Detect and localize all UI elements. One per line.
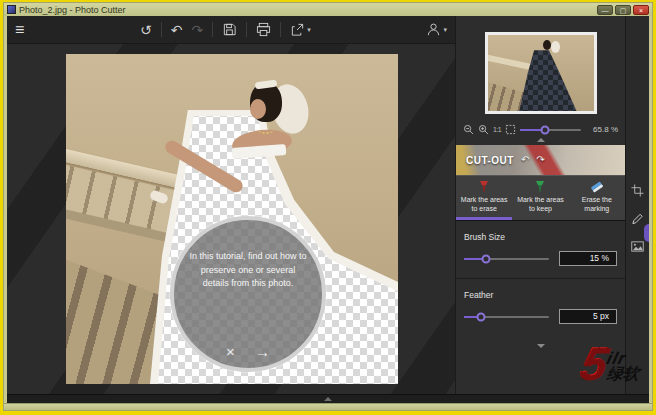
thumbnail-veil	[551, 41, 560, 53]
tool-rail	[625, 16, 649, 394]
crop-icon[interactable]	[631, 184, 644, 197]
undo-history-icon[interactable]: ↺	[140, 23, 152, 37]
window-controls: — ▢ ×	[597, 5, 649, 15]
brush-size-slider[interactable]	[464, 258, 549, 260]
toolbar-separator	[161, 22, 162, 37]
tutorial-text: In this tutorial, find out how to preser…	[187, 250, 309, 291]
image-icon[interactable]	[631, 240, 644, 253]
share-caret-icon: ▾	[307, 26, 311, 34]
status-bar	[7, 394, 649, 403]
zoom-in-icon[interactable]	[478, 124, 489, 135]
account-caret-icon: ▾	[443, 26, 447, 34]
right-sidebar: 1:1 65.8 % CUT-OUT	[455, 16, 625, 394]
tool-mark-keep[interactable]: Mark the areas to keep	[512, 176, 568, 220]
navigator-thumbnail[interactable]	[485, 32, 597, 114]
save-icon[interactable]	[222, 22, 237, 37]
cutout-redo-icon[interactable]: ↷	[536, 155, 544, 165]
toolbar-separator	[280, 22, 281, 37]
brush-size-section: Brush Size 15 %	[456, 221, 625, 278]
fit-screen-icon[interactable]	[505, 124, 516, 135]
account-button[interactable]: ▾	[426, 22, 447, 37]
feather-section: Feather 5 px	[456, 278, 625, 336]
zoom-slider[interactable]	[520, 129, 581, 131]
hamburger-menu-icon[interactable]: ≡	[15, 22, 24, 38]
thumbnail-head	[543, 40, 551, 50]
tutorial-overlay: In this tutorial, find out how to preser…	[170, 216, 326, 372]
zoom-value: 65.8 %	[585, 125, 618, 134]
brush-size-label: Brush Size	[464, 232, 617, 242]
cutout-panel-header[interactable]: CUT-OUT ↶ ↷	[456, 145, 625, 175]
photo-necklace	[258, 126, 274, 134]
print-icon[interactable]	[256, 22, 271, 37]
person-icon	[426, 22, 441, 37]
eraser-icon	[590, 180, 604, 193]
redo-icon: ↷	[192, 23, 204, 37]
toolbar: ≡ ↺ ↶ ↷	[7, 16, 455, 44]
zoom-controls: 1:1 65.8 %	[456, 124, 625, 135]
share-export-button[interactable]: ▾	[290, 22, 311, 37]
brush-size-value[interactable]: 15 %	[559, 251, 617, 266]
feather-slider[interactable]	[464, 316, 549, 318]
green-marker-icon	[533, 180, 547, 193]
marking-tools: Mark the areas to erase Mark the areas t…	[456, 175, 625, 221]
window: Photo_2.jpg - Photo Cutter — ▢ × ≡ ↺	[3, 2, 653, 411]
pencil-icon[interactable]	[631, 212, 644, 225]
photo-bodice	[232, 144, 287, 159]
tool-erase-marking[interactable]: Erase the marking	[569, 176, 625, 220]
brush-size-handle[interactable]	[482, 254, 491, 263]
photo-face	[250, 99, 266, 119]
feather-handle[interactable]	[477, 312, 486, 321]
zoom-out-icon[interactable]	[463, 124, 474, 135]
share-icon	[290, 22, 305, 37]
red-marker-icon	[477, 180, 491, 193]
window-bottom-frame	[4, 403, 652, 410]
title-bar: Photo_2.jpg - Photo Cutter — ▢ ×	[4, 3, 652, 16]
window-title: Photo_2.jpg - Photo Cutter	[19, 5, 126, 15]
tutorial-close-icon[interactable]: ×	[226, 344, 235, 359]
zoom-slider-handle[interactable]	[541, 125, 550, 134]
feather-value[interactable]: 5 px	[559, 309, 617, 324]
photo-image[interactable]: In this tutorial, find out how to preser…	[66, 54, 398, 384]
toolbar-separator	[246, 22, 247, 37]
minimize-button[interactable]: —	[597, 5, 613, 15]
statusbar-expand-icon[interactable]	[324, 397, 332, 401]
undo-icon[interactable]: ↶	[171, 23, 183, 37]
cutout-undo-icon[interactable]: ↶	[521, 155, 529, 165]
maximize-button[interactable]: ▢	[615, 5, 631, 15]
tool-mark-erase[interactable]: Mark the areas to erase	[456, 176, 512, 220]
zoom-100-icon[interactable]: 1:1	[493, 126, 501, 133]
app-icon	[7, 5, 16, 14]
feather-label: Feather	[464, 290, 617, 300]
cutout-title: CUT-OUT	[466, 155, 514, 166]
collapse-up-icon[interactable]	[537, 138, 545, 142]
close-button[interactable]: ×	[633, 5, 649, 15]
app-body: ≡ ↺ ↶ ↷	[4, 16, 652, 403]
tutorial-next-icon[interactable]: →	[255, 344, 270, 359]
window-frame: Photo_2.jpg - Photo Cutter — ▢ × ≡ ↺	[0, 0, 656, 415]
toolbar-separator	[212, 22, 213, 37]
active-panel-indicator	[644, 224, 649, 242]
canvas-area[interactable]: In this tutorial, find out how to preser…	[7, 44, 455, 394]
